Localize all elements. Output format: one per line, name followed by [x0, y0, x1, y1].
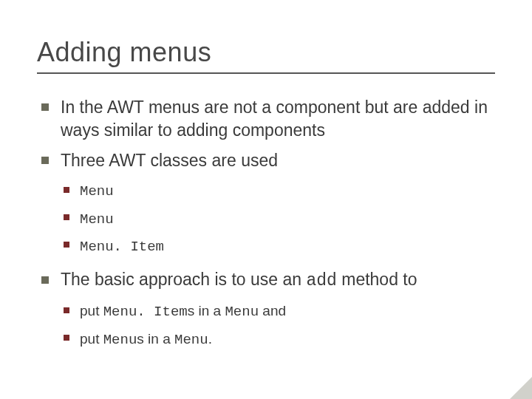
bullet-text: put: [80, 331, 103, 347]
code-text: Menu: [225, 304, 259, 320]
slide: Adding menus In the AWT menus are not a …: [0, 0, 532, 399]
bullet-item: Three AWT classes are used Menu Menu Men…: [37, 149, 495, 258]
sub-bullet-item: Menu. Item: [61, 235, 495, 258]
bullet-text: .: [208, 331, 212, 347]
title-rule: [37, 72, 495, 74]
sub-bullet-item: Menu: [61, 208, 495, 231]
bullet-text: s in a: [188, 303, 225, 318]
bullet-text: Three AWT classes are used: [61, 151, 278, 170]
slide-title: Adding menus: [37, 37, 495, 68]
bullet-item: The basic approach is to use an add meth…: [37, 268, 495, 351]
bullet-text: put: [80, 303, 103, 318]
bullet-text: s in a: [137, 331, 174, 347]
bullet-item: In the AWT menus are not a component but…: [37, 96, 495, 142]
bullet-text: method to: [337, 270, 417, 289]
bullet-text: and: [259, 303, 286, 318]
sub-bullet-list: put Menu. Items in a Menu and put Menus …: [61, 300, 495, 351]
code-text: Menu: [80, 183, 114, 200]
code-text: add: [306, 271, 336, 290]
bullet-list: In the AWT menus are not a component but…: [37, 96, 495, 351]
sub-bullet-item: Menu: [61, 180, 495, 202]
code-text: Menu. Item: [103, 304, 188, 320]
sub-bullet-list: Menu Menu Menu. Item: [61, 180, 495, 258]
sub-bullet-item: put Menu. Items in a Menu and: [61, 300, 495, 323]
code-text: Menu. Item: [80, 239, 164, 255]
sub-bullet-item: put Menus in a Menu.: [61, 328, 495, 351]
code-text: Menu: [80, 211, 114, 228]
code-text: Menu: [174, 332, 208, 348]
corner-decoration: [510, 377, 532, 399]
bullet-text: The basic approach is to use an: [61, 270, 306, 289]
code-text: Menu: [103, 332, 137, 348]
bullet-text: In the AWT menus are not a component but…: [61, 98, 488, 140]
